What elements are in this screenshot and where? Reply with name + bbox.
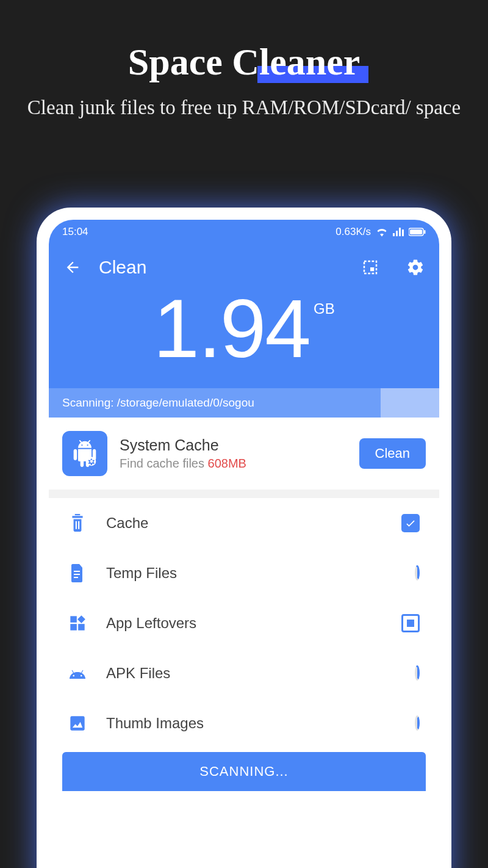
clean-button[interactable]: Clean — [359, 438, 426, 469]
status-speed: 0.63K/s — [336, 226, 371, 238]
svg-rect-9 — [74, 577, 78, 578]
status-time: 15:04 — [62, 226, 88, 238]
hero-value: 1.94 — [153, 287, 310, 370]
image-icon — [68, 714, 87, 732]
scan-progress: Scanning: /storage/emulated/0/sogou — [49, 388, 439, 418]
item-app-leftovers-checkbox[interactable] — [401, 614, 420, 632]
wifi-icon — [376, 227, 388, 237]
scanning-button[interactable]: SCANNING... — [62, 752, 426, 791]
cpu-icon[interactable] — [360, 257, 381, 278]
battery-icon — [409, 228, 426, 236]
widgets-icon — [68, 614, 87, 632]
phone-frame: 15:04 0.63K/s Clean — [37, 208, 451, 868]
item-cache-checkbox[interactable] — [401, 514, 420, 532]
svg-rect-7 — [74, 571, 80, 572]
item-app-leftovers[interactable]: App Leftovers — [49, 598, 439, 648]
svg-rect-4 — [370, 267, 374, 271]
svg-rect-2 — [424, 230, 426, 234]
system-cache-card: System Cache Find cache files 608MB Clea… — [49, 418, 439, 490]
item-cache-label: Cache — [106, 515, 148, 532]
status-bar: 15:04 0.63K/s — [49, 220, 439, 244]
hero-unit: GB — [314, 300, 335, 317]
promo-title: Space Cleaner — [128, 43, 361, 81]
android-icon — [68, 664, 87, 682]
signal-icon — [393, 227, 404, 237]
content-area: System Cache Find cache files 608MB Clea… — [49, 418, 439, 791]
item-apk-files-label: APK Files — [106, 665, 170, 682]
trash-icon — [68, 514, 87, 532]
svg-rect-6 — [75, 514, 81, 515]
item-temp-files-spinner — [415, 568, 420, 579]
scan-progress-text: Scanning: /storage/emulated/0/sogou — [62, 396, 254, 410]
android-settings-icon — [62, 431, 107, 476]
system-cache-title: System Cache — [120, 436, 246, 454]
settings-button[interactable] — [405, 257, 426, 278]
item-app-leftovers-label: App Leftovers — [106, 615, 196, 632]
item-thumb-images[interactable]: Thumb Images — [49, 698, 439, 748]
app-header: Clean 1.94 GB — [49, 244, 439, 388]
item-temp-files[interactable]: Temp Files — [49, 548, 439, 598]
promo-block: Space Cleaner Clean junk files to free u… — [0, 0, 488, 140]
phone-screen: 15:04 0.63K/s Clean — [49, 220, 439, 868]
item-thumb-images-label: Thumb Images — [106, 715, 204, 732]
section-divider — [49, 490, 439, 498]
back-button[interactable] — [62, 257, 83, 278]
file-icon — [68, 564, 87, 582]
item-apk-files[interactable]: APK Files — [49, 648, 439, 698]
item-thumb-images-spinner — [415, 718, 420, 729]
svg-rect-1 — [410, 230, 422, 234]
system-cache-subtitle: Find cache files 608MB — [120, 457, 246, 471]
svg-rect-8 — [74, 574, 80, 575]
header-title: Clean — [99, 257, 146, 278]
hero-number: 1.94 GB — [62, 284, 426, 388]
svg-rect-10 — [70, 616, 77, 623]
svg-rect-11 — [70, 624, 77, 630]
promo-subtitle: Clean junk files to free up RAM/ROM/SDca… — [24, 94, 464, 121]
svg-rect-12 — [78, 624, 85, 630]
item-temp-files-label: Temp Files — [106, 565, 177, 582]
svg-rect-13 — [70, 716, 84, 730]
system-cache-subtitle-prefix: Find cache files — [120, 457, 208, 470]
item-apk-files-spinner — [415, 668, 420, 679]
promo-title-text: Space Cleaner — [128, 41, 361, 82]
item-cache[interactable]: Cache — [49, 498, 439, 548]
system-cache-size: 608MB — [208, 457, 246, 470]
